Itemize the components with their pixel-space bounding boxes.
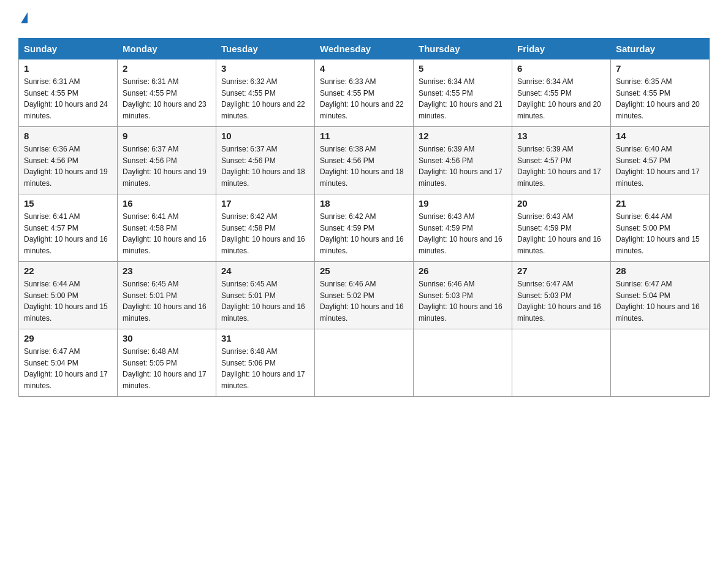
calendar-day-cell: 23Sunrise: 6:45 AMSunset: 5:01 PMDayligh…: [118, 262, 216, 329]
calendar-day-cell: 20Sunrise: 6:43 AMSunset: 4:59 PMDayligh…: [512, 194, 611, 262]
day-number: 21: [616, 198, 704, 209]
calendar-day-cell: [611, 329, 710, 397]
calendar-day-cell: 25Sunrise: 6:46 AMSunset: 5:02 PMDayligh…: [315, 262, 414, 329]
calendar-day-cell: 17Sunrise: 6:42 AMSunset: 4:58 PMDayligh…: [216, 194, 315, 262]
day-info: Sunrise: 6:34 AMSunset: 4:55 PMDaylight:…: [517, 77, 601, 120]
day-info: Sunrise: 6:39 AMSunset: 4:57 PMDaylight:…: [517, 145, 601, 188]
day-number: 30: [123, 333, 211, 343]
day-number: 1: [24, 63, 112, 74]
day-number: 18: [320, 198, 408, 209]
calendar-day-cell: 16Sunrise: 6:41 AMSunset: 4:58 PMDayligh…: [118, 194, 216, 262]
calendar-day-cell: 31Sunrise: 6:48 AMSunset: 5:06 PMDayligh…: [216, 329, 315, 397]
logo-triangle-icon: [21, 12, 28, 23]
day-info: Sunrise: 6:35 AMSunset: 4:55 PMDaylight:…: [616, 77, 700, 120]
header-thursday: Thursday: [414, 39, 512, 59]
calendar-week-row: 8Sunrise: 6:36 AMSunset: 4:56 PMDaylight…: [19, 127, 710, 194]
calendar-day-cell: 10Sunrise: 6:37 AMSunset: 4:56 PMDayligh…: [216, 127, 315, 194]
day-info: Sunrise: 6:33 AMSunset: 4:55 PMDaylight:…: [320, 77, 404, 120]
calendar-day-cell: 26Sunrise: 6:46 AMSunset: 5:03 PMDayligh…: [414, 262, 512, 329]
day-info: Sunrise: 6:32 AMSunset: 4:55 PMDaylight:…: [221, 77, 305, 120]
calendar-day-cell: 12Sunrise: 6:39 AMSunset: 4:56 PMDayligh…: [414, 127, 512, 194]
calendar-day-cell: 21Sunrise: 6:44 AMSunset: 5:00 PMDayligh…: [611, 194, 710, 262]
calendar-day-cell: 13Sunrise: 6:39 AMSunset: 4:57 PMDayligh…: [512, 127, 611, 194]
calendar-day-cell: 28Sunrise: 6:47 AMSunset: 5:04 PMDayligh…: [611, 262, 710, 329]
day-number: 28: [616, 266, 704, 276]
day-info: Sunrise: 6:37 AMSunset: 4:56 PMDaylight:…: [123, 145, 207, 188]
day-info: Sunrise: 6:38 AMSunset: 4:56 PMDaylight:…: [320, 145, 404, 188]
header-tuesday: Tuesday: [216, 39, 315, 59]
calendar-day-cell: 18Sunrise: 6:42 AMSunset: 4:59 PMDayligh…: [315, 194, 414, 262]
day-number: 3: [221, 63, 309, 74]
day-info: Sunrise: 6:47 AMSunset: 5:04 PMDaylight:…: [616, 280, 700, 323]
day-number: 9: [123, 131, 211, 141]
calendar-day-cell: 19Sunrise: 6:43 AMSunset: 4:59 PMDayligh…: [414, 194, 512, 262]
day-number: 11: [320, 131, 408, 141]
day-info: Sunrise: 6:45 AMSunset: 5:01 PMDaylight:…: [221, 280, 305, 323]
day-number: 24: [221, 266, 309, 276]
day-info: Sunrise: 6:43 AMSunset: 4:59 PMDaylight:…: [517, 212, 601, 255]
day-info: Sunrise: 6:43 AMSunset: 4:59 PMDaylight:…: [419, 212, 502, 255]
day-number: 5: [419, 63, 507, 74]
weekday-header-row: Sunday Monday Tuesday Wednesday Thursday…: [19, 39, 710, 59]
day-number: 31: [221, 333, 309, 343]
calendar-day-cell: 9Sunrise: 6:37 AMSunset: 4:56 PMDaylight…: [118, 127, 216, 194]
calendar-day-cell: [512, 329, 611, 397]
day-number: 23: [123, 266, 211, 276]
calendar-week-row: 22Sunrise: 6:44 AMSunset: 5:00 PMDayligh…: [19, 262, 710, 329]
calendar-week-row: 29Sunrise: 6:47 AMSunset: 5:04 PMDayligh…: [19, 329, 710, 397]
day-info: Sunrise: 6:36 AMSunset: 4:56 PMDaylight:…: [24, 145, 108, 188]
calendar-day-cell: 29Sunrise: 6:47 AMSunset: 5:04 PMDayligh…: [19, 329, 118, 397]
day-number: 29: [24, 333, 112, 343]
day-info: Sunrise: 6:31 AMSunset: 4:55 PMDaylight:…: [123, 77, 207, 120]
day-number: 12: [419, 131, 507, 141]
day-number: 7: [616, 63, 704, 74]
day-number: 25: [320, 266, 408, 276]
day-number: 10: [221, 131, 309, 141]
day-info: Sunrise: 6:39 AMSunset: 4:56 PMDaylight:…: [419, 145, 502, 188]
day-info: Sunrise: 6:42 AMSunset: 4:58 PMDaylight:…: [221, 212, 305, 255]
day-number: 20: [517, 198, 605, 209]
day-info: Sunrise: 6:41 AMSunset: 4:57 PMDaylight:…: [24, 212, 108, 255]
day-number: 27: [517, 266, 605, 276]
header-friday: Friday: [512, 39, 611, 59]
calendar-day-cell: 15Sunrise: 6:41 AMSunset: 4:57 PMDayligh…: [19, 194, 118, 262]
calendar-day-cell: 14Sunrise: 6:40 AMSunset: 4:57 PMDayligh…: [611, 127, 710, 194]
calendar-day-cell: 2Sunrise: 6:31 AMSunset: 4:55 PMDaylight…: [118, 59, 216, 127]
day-number: 16: [123, 198, 211, 209]
day-info: Sunrise: 6:40 AMSunset: 4:57 PMDaylight:…: [616, 145, 700, 188]
calendar-day-cell: 5Sunrise: 6:34 AMSunset: 4:55 PMDaylight…: [414, 59, 512, 127]
day-info: Sunrise: 6:48 AMSunset: 5:05 PMDaylight:…: [123, 347, 207, 390]
calendar-day-cell: 1Sunrise: 6:31 AMSunset: 4:55 PMDaylight…: [19, 59, 118, 127]
day-number: 14: [616, 131, 704, 141]
day-number: 13: [517, 131, 605, 141]
day-number: 2: [123, 63, 211, 74]
day-number: 8: [24, 131, 112, 141]
calendar-day-cell: 11Sunrise: 6:38 AMSunset: 4:56 PMDayligh…: [315, 127, 414, 194]
header-monday: Monday: [118, 39, 216, 59]
day-number: 26: [419, 266, 507, 276]
calendar-day-cell: 30Sunrise: 6:48 AMSunset: 5:05 PMDayligh…: [118, 329, 216, 397]
day-number: 22: [24, 266, 112, 276]
day-info: Sunrise: 6:46 AMSunset: 5:02 PMDaylight:…: [320, 280, 404, 323]
calendar-day-cell: 22Sunrise: 6:44 AMSunset: 5:00 PMDayligh…: [19, 262, 118, 329]
day-number: 17: [221, 198, 309, 209]
day-info: Sunrise: 6:31 AMSunset: 4:55 PMDaylight:…: [24, 77, 108, 120]
header-saturday: Saturday: [611, 39, 710, 59]
day-number: 15: [24, 198, 112, 209]
day-number: 4: [320, 63, 408, 74]
day-info: Sunrise: 6:47 AMSunset: 5:03 PMDaylight:…: [517, 280, 601, 323]
calendar-day-cell: 3Sunrise: 6:32 AMSunset: 4:55 PMDaylight…: [216, 59, 315, 127]
calendar-day-cell: 27Sunrise: 6:47 AMSunset: 5:03 PMDayligh…: [512, 262, 611, 329]
calendar-day-cell: [414, 329, 512, 397]
calendar-day-cell: 8Sunrise: 6:36 AMSunset: 4:56 PMDaylight…: [19, 127, 118, 194]
calendar-day-cell: 6Sunrise: 6:34 AMSunset: 4:55 PMDaylight…: [512, 59, 611, 127]
day-number: 19: [419, 198, 507, 209]
calendar-week-row: 15Sunrise: 6:41 AMSunset: 4:57 PMDayligh…: [19, 194, 710, 262]
header-wednesday: Wednesday: [315, 39, 414, 59]
day-info: Sunrise: 6:44 AMSunset: 5:00 PMDaylight:…: [24, 280, 108, 323]
day-info: Sunrise: 6:45 AMSunset: 5:01 PMDaylight:…: [123, 280, 207, 323]
page-header: [18, 12, 710, 26]
header-sunday: Sunday: [19, 39, 118, 59]
calendar-day-cell: 24Sunrise: 6:45 AMSunset: 5:01 PMDayligh…: [216, 262, 315, 329]
day-info: Sunrise: 6:34 AMSunset: 4:55 PMDaylight:…: [419, 77, 502, 120]
